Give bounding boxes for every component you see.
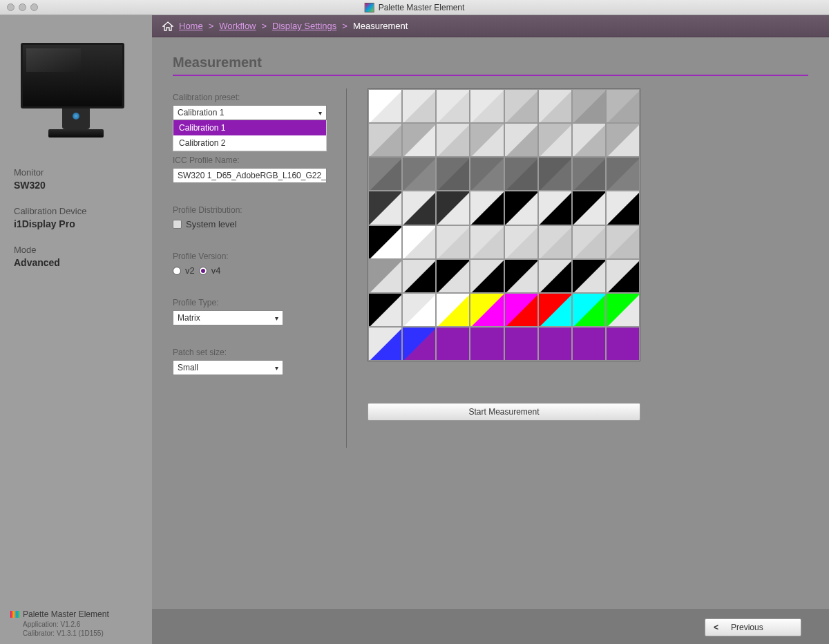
patch-cell [572, 327, 606, 361]
right-panel: Start Measurement [368, 88, 808, 448]
patch-cell [436, 225, 470, 259]
preset-label: Calibration preset: [173, 93, 327, 102]
monitor-value: SW320 [14, 180, 138, 191]
minimize-icon[interactable] [19, 3, 26, 11]
patch-cell [436, 123, 470, 157]
patch-cell [538, 191, 572, 225]
patch-cell [470, 259, 504, 293]
patch-cell [368, 191, 402, 225]
patch-cell [436, 327, 470, 361]
preset-dropdown: Calibration 1 Calibration 2 [173, 120, 327, 151]
patch-cell [538, 225, 572, 259]
sidebar: Monitor SW320 Calibration Device i1Displ… [0, 15, 152, 644]
patch-cell [504, 89, 538, 123]
patch-cell [436, 157, 470, 191]
patch-cell [402, 293, 436, 327]
dist-label: Profile Distribution: [173, 205, 327, 215]
patch-cell [572, 259, 606, 293]
breadcrumb-sep: > [342, 21, 347, 31]
patch-cell [606, 259, 640, 293]
breadcrumb-display-settings[interactable]: Display Settings [272, 21, 336, 31]
patch-cell [504, 191, 538, 225]
preset-select[interactable]: Calibration 1 ▾ [173, 105, 327, 120]
patch-cell [470, 293, 504, 327]
patch-cell [606, 157, 640, 191]
preset-selected-value: Calibration 1 [178, 108, 224, 117]
breadcrumb-home[interactable]: Home [179, 21, 203, 31]
patch-cell [504, 157, 538, 191]
type-label: Profile Type: [173, 298, 327, 307]
patch-cell [436, 293, 470, 327]
patch-grid [368, 88, 640, 361]
footer-bar: < Previous [152, 609, 829, 644]
icc-name-input[interactable]: SW320 1_D65_AdobeRGB_L160_G22_2018- [173, 168, 327, 183]
page-title: Measurement [173, 55, 808, 70]
patch-cell [572, 293, 606, 327]
patch-cell [368, 225, 402, 259]
icc-value: SW320 1_D65_AdobeRGB_L160_G22_2018- [178, 171, 327, 180]
footer-calibrator-version: Calibrator: V1.3.1 (1D155) [23, 629, 145, 637]
patch-cell [470, 157, 504, 191]
preset-option-2[interactable]: Calibration 2 [173, 135, 326, 151]
patch-cell [572, 89, 606, 123]
patch-cell [368, 89, 402, 123]
patch-cell [402, 191, 436, 225]
device-value: i1Display Pro [14, 218, 138, 229]
window-title-text: Palette Master Element [379, 3, 465, 12]
patch-cell [402, 123, 436, 157]
footer-app-version: Application: V1.2.6 [23, 621, 145, 628]
patch-size-value: Small [178, 363, 198, 372]
patch-cell [538, 259, 572, 293]
patch-cell [470, 191, 504, 225]
home-icon[interactable] [162, 21, 173, 31]
patch-size-select[interactable]: Small ▾ [173, 360, 283, 375]
patch-cell [606, 293, 640, 327]
breadcrumb-current: Measurement [353, 21, 408, 31]
patch-cell [572, 191, 606, 225]
v2-label: v2 [185, 265, 195, 276]
system-level-checkbox[interactable] [173, 220, 182, 229]
close-icon[interactable] [7, 3, 15, 11]
chevron-down-icon: ▾ [275, 314, 278, 322]
footer-title: Palette Master Element [10, 609, 145, 619]
patch-cell [538, 293, 572, 327]
patch-cell [402, 157, 436, 191]
profile-type-select[interactable]: Matrix ▾ [173, 310, 283, 325]
monitor-illustration [21, 43, 131, 146]
patch-cell [368, 259, 402, 293]
patch-cell [368, 157, 402, 191]
preset-option-1[interactable]: Calibration 1 [173, 120, 326, 135]
settings-form: Calibration preset: Calibration 1 ▾ Cali… [173, 88, 347, 448]
v4-label: v4 [211, 265, 221, 276]
patch-cell [402, 327, 436, 361]
system-level-label: System level [186, 219, 237, 229]
patch-cell [606, 89, 640, 123]
patch-cell [402, 89, 436, 123]
patch-cell [368, 123, 402, 157]
device-info: Calibration Device i1Display Pro [14, 206, 138, 229]
chevron-down-icon: ▾ [318, 109, 322, 117]
app-icon [365, 3, 374, 12]
patch-cell [436, 89, 470, 123]
breadcrumb-workflow[interactable]: Workflow [219, 21, 256, 31]
monitor-label: Monitor [14, 167, 138, 178]
patch-cell [402, 259, 436, 293]
patch-label: Patch set size: [173, 348, 327, 357]
patch-cell [538, 157, 572, 191]
zoom-icon[interactable] [30, 3, 38, 11]
previous-button[interactable]: < Previous [705, 618, 801, 636]
start-measurement-button[interactable]: Start Measurement [368, 403, 640, 421]
v2-radio[interactable] [173, 267, 181, 275]
version-label: Profile Version: [173, 252, 327, 261]
patch-cell [504, 259, 538, 293]
title-rule [173, 75, 808, 76]
patch-cell [606, 327, 640, 361]
patch-cell [572, 123, 606, 157]
patch-cell [504, 225, 538, 259]
patch-cell [572, 225, 606, 259]
mode-value: Advanced [14, 257, 138, 268]
patch-cell [606, 123, 640, 157]
chevron-down-icon: ▾ [275, 364, 278, 372]
v4-radio[interactable] [199, 267, 207, 275]
titlebar: Palette Master Element [0, 0, 829, 15]
